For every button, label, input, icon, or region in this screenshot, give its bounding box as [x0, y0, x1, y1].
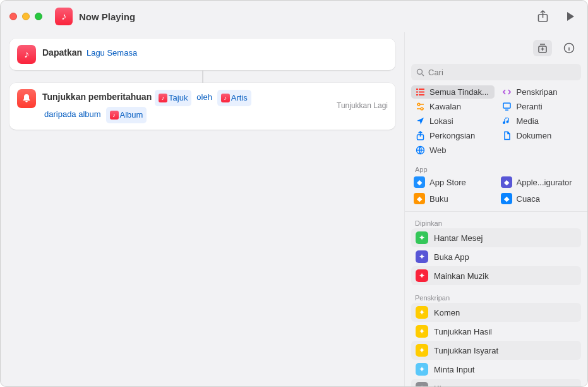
device-icon [502, 102, 512, 111]
action-show-notification[interactable]: Tunjukkan pemberitahuan ♪Tajuk oleh ♪Art… [9, 83, 395, 130]
app-app-store[interactable]: ◆App Store [411, 175, 495, 190]
show-more-button[interactable]: Tunjukkan Lagi [330, 99, 388, 113]
action-icon: ✦ [416, 382, 428, 386]
search-field[interactable] [411, 64, 581, 80]
app-icon: ◆ [414, 176, 425, 188]
workflow-icon: ♪ [55, 8, 73, 25]
section-scripting: Penskripan [405, 289, 587, 303]
library-sidebar: Semua Tindak...PenskripanKawalanPerantiL… [404, 32, 587, 386]
action-icon: ✦ [416, 344, 428, 357]
app-icon: ◆ [501, 193, 512, 204]
app-icon: ◆ [501, 176, 512, 188]
titlebar: ♪ Now Playing [1, 1, 587, 32]
search-icon [416, 68, 424, 77]
category-penskripan[interactable]: Penskripan [498, 85, 582, 99]
token-title[interactable]: ♪Tajuk [155, 90, 191, 106]
pinned-hantar-mesej[interactable]: ✦Hantar Mesej [411, 228, 581, 247]
share-button[interactable] [534, 9, 551, 23]
category-dokumen[interactable]: Dokumen [498, 129, 582, 142]
action-icon: ✦ [416, 306, 428, 319]
action-icon: ✦ [416, 363, 428, 376]
app-cuaca[interactable]: ◆Cuaca [498, 191, 582, 206]
bell-icon [17, 89, 36, 108]
svg-rect-8 [416, 94, 418, 95]
action-icon: ✦ [416, 231, 428, 244]
category-web[interactable]: Web [411, 144, 495, 157]
action-verb: Tunjukkan pemberitahuan [42, 92, 152, 102]
run-button[interactable] [562, 9, 579, 23]
section-apps: App [405, 161, 587, 175]
slider-icon [415, 102, 425, 111]
window-controls [9, 13, 42, 20]
script-tunjukkan-isyarat[interactable]: ✦Tunjukkan Isyarat [411, 341, 581, 360]
share-icon [415, 131, 425, 140]
category-peranti[interactable]: Peranti [498, 100, 582, 113]
svg-rect-4 [416, 89, 418, 90]
script-kira[interactable]: ✦Kira [411, 379, 581, 386]
library-tab-button[interactable] [533, 40, 552, 56]
zoom-button[interactable] [35, 13, 42, 20]
info-button[interactable] [560, 40, 579, 56]
token-album[interactable]: ♪Album [106, 107, 147, 123]
music-icon: ♪ [17, 45, 36, 64]
category-kawalan[interactable]: Kawalan [411, 100, 495, 113]
code-icon [502, 87, 512, 97]
app-buku[interactable]: ◆Buku [411, 191, 495, 206]
label-by: oleh [195, 89, 213, 105]
token-artist[interactable]: ♪Artis [217, 90, 251, 106]
app-apple-igurator[interactable]: ◆Apple...igurator [498, 175, 582, 190]
category-lokasi[interactable]: Lokasi [411, 114, 495, 128]
action-icon: ✦ [416, 269, 428, 282]
list-icon [415, 87, 425, 97]
svg-rect-7 [419, 92, 424, 93]
script-list: ✦Komen✦Tunjukkan Hasil✦Tunjukkan Isyarat… [405, 303, 587, 386]
section-pinned: Dipinkan [405, 214, 587, 228]
divider [405, 211, 587, 212]
svg-rect-6 [416, 92, 418, 93]
workflow-title: Now Playing [79, 11, 135, 22]
svg-rect-12 [503, 103, 510, 108]
pinned-list: ✦Hantar Mesej✦Buka App✦Mainkan Muzik [405, 228, 587, 285]
app-window: ♪ Now Playing ♪ Dapatkan Lagu Semasa [0, 0, 588, 387]
category-grid: Semua Tindak...PenskripanKawalanPerantiL… [405, 85, 587, 161]
svg-rect-5 [419, 89, 424, 90]
action-verb: Dapatkan [42, 47, 82, 58]
action-connector [9, 70, 395, 83]
search-input[interactable] [428, 68, 576, 77]
action-icon: ✦ [416, 250, 428, 263]
svg-rect-9 [419, 94, 424, 95]
category-semua-tindak-[interactable]: Semua Tindak... [411, 85, 495, 99]
app-icon: ◆ [414, 193, 425, 204]
action-get-current-song[interactable]: ♪ Dapatkan Lagu Semasa [9, 39, 395, 70]
loc-icon [415, 116, 425, 126]
svg-point-11 [421, 108, 423, 110]
svg-point-3 [417, 69, 423, 74]
close-button[interactable] [9, 13, 17, 20]
label-from-album: daripada album [43, 106, 102, 122]
token-current-song[interactable]: Lagu Semasa [85, 45, 138, 61]
workflow-editor: ♪ Dapatkan Lagu Semasa Tunjukkan pemberi… [1, 32, 404, 386]
note-icon [502, 116, 512, 126]
script-minta-input[interactable]: ✦Minta Input [411, 360, 581, 379]
pinned-buka-app[interactable]: ✦Buka App [411, 247, 581, 266]
minimize-button[interactable] [22, 13, 30, 20]
doc-icon [502, 131, 512, 140]
action-icon: ✦ [416, 325, 428, 338]
category-media[interactable]: Media [498, 114, 582, 128]
sidebar-toolbar [405, 32, 587, 64]
app-grid: ◆App Store◆Apple...igurator◆Buku◆Cuaca [405, 175, 587, 209]
script-komen[interactable]: ✦Komen [411, 303, 581, 322]
svg-point-10 [417, 103, 420, 106]
script-tunjukkan-hasil[interactable]: ✦Tunjukkan Hasil [411, 322, 581, 341]
pinned-mainkan-muzik[interactable]: ✦Mainkan Muzik [411, 266, 581, 285]
category-perkongsian[interactable]: Perkongsian [411, 129, 495, 142]
web-icon [415, 145, 425, 155]
